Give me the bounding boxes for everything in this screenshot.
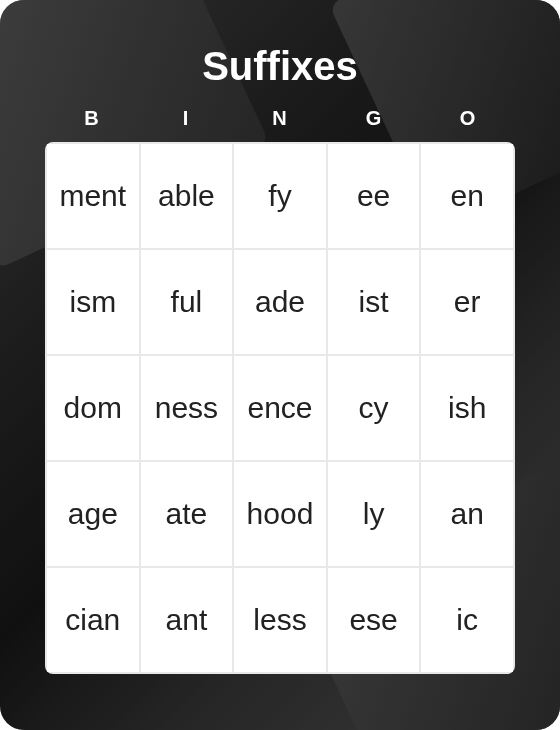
bingo-cell[interactable]: ism — [47, 250, 139, 354]
bingo-cell[interactable]: ist — [328, 250, 420, 354]
bingo-grid: ment able fy ee en ism ful ade ist er do… — [45, 142, 515, 674]
bingo-cell[interactable]: dom — [47, 356, 139, 460]
bingo-cell[interactable]: en — [421, 144, 513, 248]
card-content: Suffixes B I N G O ment able fy ee en is… — [0, 0, 560, 730]
bingo-cell[interactable]: ee — [328, 144, 420, 248]
header-o: O — [421, 107, 515, 130]
bingo-cell[interactable]: ness — [141, 356, 233, 460]
bingo-cell[interactable]: ic — [421, 568, 513, 672]
header-n: N — [233, 107, 327, 130]
bingo-cell[interactable]: ish — [421, 356, 513, 460]
bingo-cell[interactable]: able — [141, 144, 233, 248]
bingo-cell[interactable]: ment — [47, 144, 139, 248]
bingo-cell[interactable]: ful — [141, 250, 233, 354]
bingo-cell[interactable]: age — [47, 462, 139, 566]
bingo-cell[interactable]: fy — [234, 144, 326, 248]
bingo-cell[interactable]: ese — [328, 568, 420, 672]
card-title: Suffixes — [202, 44, 358, 89]
bingo-cell[interactable]: less — [234, 568, 326, 672]
bingo-cell[interactable]: ence — [234, 356, 326, 460]
header-b: B — [45, 107, 139, 130]
bingo-cell[interactable]: cy — [328, 356, 420, 460]
bingo-cell[interactable]: an — [421, 462, 513, 566]
bingo-cell[interactable]: hood — [234, 462, 326, 566]
bingo-cell[interactable]: er — [421, 250, 513, 354]
bingo-cell[interactable]: ly — [328, 462, 420, 566]
bingo-cell[interactable]: ade — [234, 250, 326, 354]
bingo-card: Suffixes B I N G O ment able fy ee en is… — [0, 0, 560, 730]
bingo-cell[interactable]: cian — [47, 568, 139, 672]
column-headers: B I N G O — [45, 107, 515, 130]
header-g: G — [327, 107, 421, 130]
header-i: I — [139, 107, 233, 130]
bingo-cell[interactable]: ate — [141, 462, 233, 566]
bingo-cell[interactable]: ant — [141, 568, 233, 672]
